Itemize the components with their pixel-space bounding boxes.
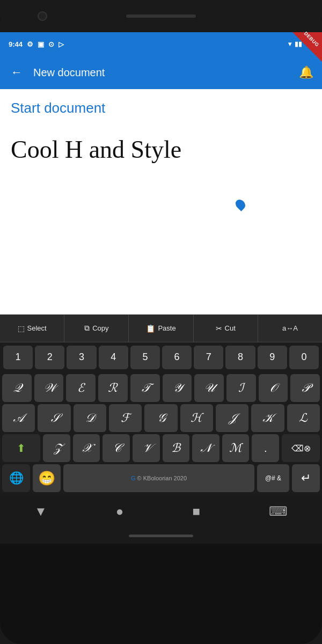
wifi-icon: ▾	[288, 40, 291, 48]
play-icon: ▷	[58, 40, 64, 48]
key-3[interactable]: 3	[67, 346, 96, 369]
keyboard-toolbar: ⬚ Select ⧉ Copy 📋 Paste ✂ Cut a↔A	[0, 314, 322, 342]
key-g[interactable]: 𝒢	[144, 404, 177, 432]
key-period[interactable]: .	[252, 434, 279, 462]
top-bar	[0, 0, 322, 32]
replace-button[interactable]: a↔A	[258, 314, 322, 342]
cut-label: Cut	[225, 324, 236, 332]
key-8[interactable]: 8	[225, 346, 255, 369]
key-t[interactable]: 𝒯	[130, 374, 160, 402]
back-button[interactable]: ←	[9, 63, 25, 82]
app-bar-title: New document	[33, 67, 290, 79]
notification-button[interactable]: 🔔	[299, 65, 313, 79]
bottom-row: 🌐 😁 G © KBoloorian 2020 @ # & ↵	[0, 462, 322, 495]
backspace-key[interactable]: ⌫⊗	[282, 434, 320, 462]
select-button[interactable]: ⬚ Select	[0, 314, 64, 342]
nav-home-button[interactable]: ●	[112, 500, 128, 523]
key-u[interactable]: 𝒰	[194, 374, 224, 402]
key-row-2: 𝒜 𝒮 𝒟 ℱ 𝒢 ℋ 𝒥 𝒦 ℒ	[0, 402, 322, 432]
key-n[interactable]: 𝒩	[192, 434, 219, 462]
copy-icon: ⧉	[84, 324, 90, 333]
key-h[interactable]: ℋ	[180, 404, 213, 432]
key-7[interactable]: 7	[194, 346, 223, 369]
key-6[interactable]: 6	[162, 346, 192, 369]
key-e[interactable]: ℰ	[66, 374, 96, 402]
key-9[interactable]: 9	[258, 346, 287, 369]
key-j[interactable]: 𝒥	[216, 404, 248, 432]
key-5[interactable]: 5	[130, 346, 160, 369]
key-q[interactable]: 𝒬	[2, 374, 32, 402]
document-content[interactable]: Cool H and Style	[11, 133, 311, 167]
nav-bar: ▼ ● ■ ⌨	[0, 495, 322, 528]
key-o[interactable]: 𝒪	[259, 374, 288, 402]
key-0[interactable]: 0	[289, 346, 319, 369]
replace-label: a↔A	[282, 324, 298, 332]
text-cursor	[233, 197, 247, 211]
key-a[interactable]: 𝒜	[2, 404, 35, 432]
key-b[interactable]: ℬ	[163, 434, 190, 462]
branding-label: © KBoloorian 2020	[137, 475, 187, 481]
symbols-key[interactable]: @ # &	[257, 464, 289, 492]
key-row-1: 𝒬 𝒲 ℰ ℛ 𝒯 𝒴 𝒰 ℐ 𝒪 𝒫	[0, 372, 322, 402]
google-g: G	[131, 475, 136, 481]
phone-shell: DEBUG 9:44 ⚙ ▣ ⊙ ▷ ▾ ▮▮ 🔋 ← New document…	[0, 0, 322, 644]
key-v[interactable]: 𝒱	[133, 434, 160, 462]
document-placeholder: Start document	[11, 100, 311, 116]
status-bar: 9:44 ⚙ ▣ ⊙ ▷ ▾ ▮▮ 🔋	[0, 32, 322, 56]
nav-recents-button[interactable]: ■	[188, 500, 204, 523]
document-area[interactable]: Start document Cool H and Style	[0, 89, 322, 314]
branding-text: G © KBoloorian 2020	[131, 474, 187, 482]
status-left: 9:44 ⚙ ▣ ⊙ ▷	[9, 40, 64, 48]
key-p[interactable]: 𝒫	[290, 374, 320, 402]
key-y[interactable]: 𝒴	[163, 374, 192, 402]
key-k[interactable]: 𝒦	[251, 404, 284, 432]
key-f[interactable]: ℱ	[109, 404, 142, 432]
copy-label: Copy	[92, 324, 108, 332]
key-x[interactable]: 𝒳	[73, 434, 100, 462]
shift-key[interactable]: ⬆	[2, 434, 40, 462]
key-w[interactable]: 𝒲	[34, 374, 64, 402]
key-z[interactable]: 𝒵	[43, 434, 70, 462]
select-icon: ⬚	[18, 324, 25, 333]
key-row-3: ⬆ 𝒵 𝒳 𝒞 𝒱 ℬ 𝒩 ℳ . ⌫⊗	[0, 432, 322, 462]
key-i[interactable]: ℐ	[226, 374, 256, 402]
handle-bar	[129, 535, 193, 537]
nav-back-button[interactable]: ▼	[30, 500, 52, 523]
cut-icon: ✂	[216, 324, 222, 333]
nav-keyboard-button[interactable]: ⌨	[265, 500, 292, 523]
paste-button[interactable]: 📋 Paste	[129, 314, 193, 342]
key-c[interactable]: 𝒞	[103, 434, 130, 462]
at-label: @	[265, 474, 272, 482]
key-d[interactable]: 𝒟	[74, 404, 106, 432]
number-row: 1 2 3 4 5 6 7 8 9 0	[0, 342, 322, 372]
settings-icon: ⚙	[27, 40, 33, 48]
key-2[interactable]: 2	[35, 346, 64, 369]
sim-icon: ▣	[38, 40, 44, 48]
paste-label: Paste	[158, 324, 175, 332]
cut-button[interactable]: ✂ Cut	[194, 314, 258, 342]
key-s[interactable]: 𝒮	[38, 404, 70, 432]
paste-icon: 📋	[146, 324, 155, 333]
bottom-handle	[0, 528, 322, 544]
enter-key[interactable]: ↵	[292, 464, 320, 492]
branding-key[interactable]: G © KBoloorian 2020	[63, 464, 254, 492]
key-l[interactable]: ℒ	[287, 404, 320, 432]
globe-key[interactable]: 🌐	[2, 464, 30, 492]
keyboard-area: 1 2 3 4 5 6 7 8 9 0 𝒬 𝒲 ℰ ℛ 𝒯 𝒴 𝒰 ℐ 𝒪 𝒫 …	[0, 342, 322, 495]
key-r[interactable]: ℛ	[98, 374, 128, 402]
copy-button[interactable]: ⧉ Copy	[64, 314, 129, 342]
key-4[interactable]: 4	[99, 346, 128, 369]
symbols-label: # &	[272, 474, 281, 482]
clock: 9:44	[9, 40, 23, 48]
app-bar: ← New document 🔔	[0, 56, 322, 89]
select-label: Select	[27, 324, 47, 332]
emoji-key[interactable]: 😁	[33, 464, 61, 492]
key-m[interactable]: ℳ	[222, 434, 250, 462]
speaker	[126, 14, 196, 18]
key-1[interactable]: 1	[3, 346, 33, 369]
vpn-icon: ⊙	[48, 40, 54, 48]
camera	[38, 11, 47, 21]
